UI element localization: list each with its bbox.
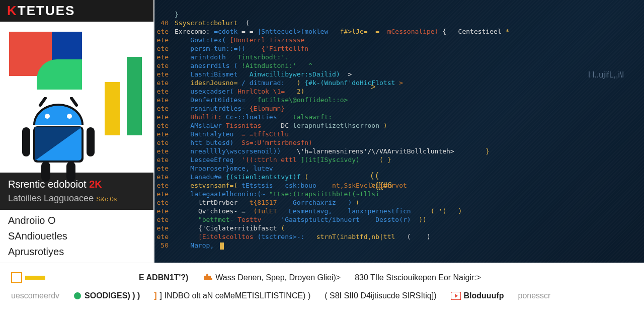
- code-line[interactable]: ete estvsnsanf=( tEtstsis csk:bouo nt,Ss…: [154, 181, 644, 190]
- code-line[interactable]: ete htt butesd) Ss=:U'mrtsrbnesfn): [154, 138, 644, 147]
- code-line[interactable]: ete idesnJousno= / ditmurad: ) {#k-(Wnub…: [154, 78, 644, 87]
- code-line[interactable]: ete usexcadser( HnrlCtok \1= 2): [154, 87, 644, 96]
- brand-text: TETUES: [18, 3, 75, 19]
- code-line[interactable]: }: [154, 10, 644, 19]
- sidebar: KTETUES: [0, 0, 153, 263]
- code-line[interactable]: ete rsninutrdtles- {Elomumn}: [154, 104, 644, 113]
- code-line[interactable]: ete AMslaLwr Tissnitas DC lerapnuflizetl…: [154, 121, 644, 130]
- svg-point-8: [67, 114, 72, 119]
- sidebar-item-android[interactable]: Androiio O: [8, 215, 145, 226]
- svg-point-12: [74, 292, 81, 299]
- caption-small: S&c 0s: [96, 195, 117, 203]
- code-line[interactable]: 50 Narop,: [154, 241, 644, 250]
- code-line[interactable]: ete Lanadu#e {(stienl:entstvyt)f (: [154, 173, 644, 181]
- svg-rect-3: [66, 162, 75, 182]
- svg-rect-1: [87, 127, 95, 156]
- promo-logo-area: [0, 22, 153, 173]
- orange-square-icon[interactable]: [11, 272, 45, 283]
- green-dot-icon: [73, 292, 82, 300]
- sidebar-item-prototypes[interactable]: Aprusrotiyes: [8, 246, 145, 258]
- code-line[interactable]: 40Ssyscrot:cbolurt (: [154, 19, 644, 27]
- brand-prefix: K: [7, 3, 18, 19]
- svg-rect-11: [25, 276, 45, 280]
- link-dragon[interactable]: Wass Denen, Spep, Droyen Gliei)>: [202, 273, 341, 283]
- code-editor[interactable]: } 40Ssyscrot:cbolurt ( eteExrecomo: =cdo…: [153, 0, 644, 263]
- svg-rect-10: [12, 273, 22, 283]
- code-line[interactable]: ete anesrrdils ( !Aitndustoni:' ^: [154, 61, 644, 70]
- bottom-row-2: uescomeerdv SOODIGES) ) ) ] ] INDBO olt …: [11, 291, 633, 300]
- green-bar-icon: [127, 57, 142, 135]
- link-play[interactable]: Bloduuufp: [451, 291, 504, 300]
- svg-line-5: [71, 98, 76, 105]
- svg-rect-2: [41, 162, 50, 182]
- code-line[interactable]: ete Mroaroser}omce, lutev: [154, 164, 644, 173]
- sidebar-nav: Androiio O SAndiouetles Aprusrotiyes: [0, 210, 153, 263]
- seven-logo-icon: [9, 27, 69, 102]
- play-badge-icon: [451, 292, 461, 300]
- android-robot-icon: [18, 97, 99, 183]
- brand-header: KTETUES: [0, 0, 153, 22]
- code-line[interactable]: ete Denfert0idtes= futiltse\@onfTideol::…: [154, 96, 644, 104]
- code-line[interactable]: ete Bhullit: Cc-::loa1ties talsawrft:: [154, 113, 644, 121]
- label-recommend: uescomeerdv: [11, 291, 59, 300]
- svg-point-7: [45, 114, 50, 119]
- code-line[interactable]: ete {'Ciqlaterritibfasct (: [154, 224, 644, 232]
- code-line[interactable]: ete Qv'chtoes- = (TulET Lesmentavg, lanx…: [154, 207, 644, 215]
- caption-line2: Latoilles Lagguoacee: [8, 193, 96, 203]
- code-line[interactable]: ete nrealllly\wscsrsenoil)) \'h=larnensn…: [154, 147, 644, 155]
- code-line[interactable]: eteExrecomo: =cdotk = = |Snttecuel>(mokl…: [154, 27, 644, 36]
- link-soodges[interactable]: SOODIGES) ) ): [73, 291, 140, 300]
- code-line[interactable]: ete arintdoth Tintsrbodt:'.: [154, 53, 644, 61]
- puzzle-icon: [202, 273, 212, 283]
- yellow-bar-icon: [105, 82, 120, 135]
- code-line[interactable]: ete lategaatelhconin:(~ "ttse:(trapsiitt…: [154, 190, 644, 198]
- svg-rect-0: [22, 127, 30, 156]
- link-open-for[interactable]: 830 TIle Stsciouikepen Eor Naigir:>: [355, 273, 481, 282]
- code-line[interactable]: ete persm-tun::=)( {'Firttellfn: [154, 44, 644, 53]
- code-line[interactable]: ete [Eitolscolltos (tsctrens>-: strnT(in…: [154, 232, 644, 241]
- badge-adb[interactable]: E ADBN1T'?): [139, 273, 188, 282]
- label-ponescr: ponesscr: [518, 291, 551, 300]
- code-line[interactable]: ete "betfmet- Testtv 'Gaatsptulct/ibnuer…: [154, 215, 644, 224]
- bottom-bar: E ADBN1T'?) Wass Denen, Spep, Droyen Gli…: [0, 263, 644, 322]
- code-line[interactable]: ete LasntiBismet Ainwcillibywer:sDailid)…: [154, 70, 644, 78]
- code-line[interactable]: ete Batntalyteu = =tffsCttlu: [154, 130, 644, 138]
- link-digitsude[interactable]: ( S8I SII0 D4ijtisucde SIRSItiq]): [325, 291, 436, 300]
- svg-line-4: [40, 98, 45, 105]
- code-line[interactable]: ete Gowt:tex( [Honterrl Tiszrssse: [154, 36, 644, 44]
- code-line[interactable]: ete LesceeEfreg '((:ttrln ettl ](it[ISys…: [154, 155, 644, 164]
- link-indbo[interactable]: ] ] INDBO olt aN ceMeMETISLITISTINCE) ): [154, 291, 310, 300]
- code-line[interactable]: ete ltrtDrvber t{81517 Gorrchaxriz ) (: [154, 198, 644, 207]
- bottom-row-1: E ADBN1T'?) Wass Denen, Spep, Droyen Gli…: [11, 272, 633, 283]
- sidebar-item-silhouettes[interactable]: SAndiouetles: [8, 230, 145, 242]
